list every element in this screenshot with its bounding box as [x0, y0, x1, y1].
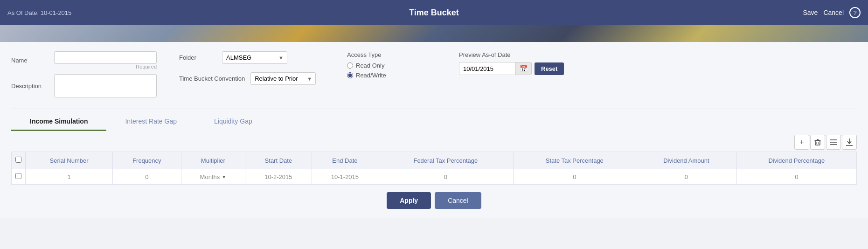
table-toolbar: + [11, 131, 857, 152]
multiplier-value: Months [200, 173, 220, 180]
svg-rect-0 [815, 141, 820, 145]
add-row-button[interactable]: + [794, 135, 809, 150]
name-row: Name Required [11, 51, 160, 69]
multiplier-dropdown-arrow[interactable]: ▼ [222, 174, 226, 180]
cell-serial-number: 1 [26, 169, 113, 185]
name-label: Name [11, 57, 49, 64]
delete-row-button[interactable] [810, 135, 825, 150]
select-all-checkbox[interactable] [15, 157, 21, 163]
required-text: Required [54, 64, 157, 69]
table-header-row: Serial Number Frequency Multiplier Start… [12, 152, 857, 169]
convention-select-wrapper[interactable]: Relative to Prior Absolute ▼ [250, 72, 316, 85]
folder-label: Folder [179, 54, 216, 61]
header: As Of Date: 10-01-2015 Time Bucket Save … [0, 0, 868, 25]
access-type-label: Access Type [347, 51, 440, 58]
description-row: Description [11, 74, 160, 97]
header-actions: Save Cancel ? [803, 7, 861, 18]
folder-row: Folder ALMSEG ▼ [179, 51, 328, 64]
access-type-radio-group: Read Only Read/Write [347, 62, 440, 79]
form-section: Name Required Description Folder ALMSEG [11, 51, 857, 105]
access-type-col: Access Type Read Only Read/Write [347, 51, 440, 79]
asofdate-label: As Of Date: 10-01-2015 [7, 9, 71, 16]
list-view-button[interactable] [826, 135, 841, 150]
table-row: 1 0 Months ▼ 10-2-2015 10-1-2015 0 0 0 0 [12, 169, 857, 185]
convention-label: Time Bucket Convention [179, 75, 245, 82]
form-divider [11, 109, 857, 109]
download-button[interactable] [842, 135, 857, 150]
folder-select-wrapper[interactable]: ALMSEG ▼ [222, 51, 287, 64]
col-federal-tax: Federal Tax Percentage [378, 152, 513, 169]
read-write-radio[interactable] [347, 72, 353, 78]
preview-asof-input[interactable] [459, 63, 515, 75]
cell-dividend-pct: 0 [736, 169, 856, 185]
row-checkbox[interactable] [15, 173, 21, 179]
page-title: Time Bucket [409, 8, 459, 18]
col-frequency: Frequency [113, 152, 181, 169]
col-dividend-amount: Dividend Amount [636, 152, 736, 169]
col-serial-number: Serial Number [26, 152, 113, 169]
help-button[interactable]: ? [849, 7, 861, 18]
preview-asof-col: Preview As-of Date 📅 Reset [459, 51, 576, 75]
name-input[interactable] [54, 51, 157, 64]
read-write-radio-label[interactable]: Read/Write [347, 72, 440, 79]
date-input-wrapper[interactable]: 📅 [459, 62, 532, 75]
convention-row: Time Bucket Convention Relative to Prior… [179, 72, 328, 85]
col-start-date: Start Date [245, 152, 312, 169]
convention-select[interactable]: Relative to Prior Absolute [250, 72, 316, 85]
col-dividend-pct: Dividend Percentage [736, 152, 856, 169]
tab-liquidity-gap[interactable]: Liquidity Gap [195, 113, 271, 131]
preview-asof-row: 📅 Reset [459, 62, 576, 75]
select-all-col[interactable] [12, 152, 26, 169]
cell-start-date: 10-2-2015 [245, 169, 312, 185]
description-label: Description [11, 83, 49, 90]
cell-dividend-amount: 0 [636, 169, 736, 185]
list-icon [830, 139, 837, 145]
bottom-actions: Apply Cancel [11, 185, 857, 218]
preview-asof-label: Preview As-of Date [459, 51, 576, 58]
download-icon [846, 138, 853, 146]
cell-state-tax: 0 [513, 169, 636, 185]
read-only-label: Read Only [356, 62, 384, 69]
cell-federal-tax: 0 [378, 169, 513, 185]
col-state-tax: State Tax Percentage [513, 152, 636, 169]
reset-button[interactable]: Reset [535, 62, 564, 75]
cell-frequency: 0 [113, 169, 181, 185]
cell-end-date: 10-1-2015 [312, 169, 378, 185]
name-description-col: Name Required Description [11, 51, 160, 97]
col-multiplier: Multiplier [181, 152, 245, 169]
folder-convention-col: Folder ALMSEG ▼ Time Bucket Convention R… [179, 51, 328, 85]
income-simulation-table: Serial Number Frequency Multiplier Start… [11, 152, 857, 185]
save-button[interactable]: Save [803, 9, 818, 16]
calendar-icon-btn[interactable]: 📅 [515, 62, 531, 75]
folder-select[interactable]: ALMSEG [222, 51, 287, 64]
cell-multiplier[interactable]: Months ▼ [181, 169, 245, 185]
read-write-label: Read/Write [356, 72, 386, 79]
read-only-radio-label[interactable]: Read Only [347, 62, 440, 69]
tab-interest-rate-gap[interactable]: Interest Rate Gap [106, 113, 195, 131]
tabs-bar: Income Simulation Interest Rate Gap Liqu… [11, 113, 857, 131]
banner-image [0, 25, 868, 42]
apply-button[interactable]: Apply [387, 192, 431, 209]
trash-icon [814, 138, 821, 146]
bottom-cancel-button[interactable]: Cancel [435, 192, 481, 209]
read-only-radio[interactable] [347, 62, 353, 69]
main-content: Name Required Description Folder ALMSEG [0, 42, 868, 218]
description-input[interactable] [54, 74, 157, 97]
tab-income-simulation[interactable]: Income Simulation [11, 113, 106, 131]
col-end-date: End Date [312, 152, 378, 169]
cancel-button[interactable]: Cancel [823, 9, 844, 16]
row-checkbox-cell[interactable] [12, 169, 26, 185]
